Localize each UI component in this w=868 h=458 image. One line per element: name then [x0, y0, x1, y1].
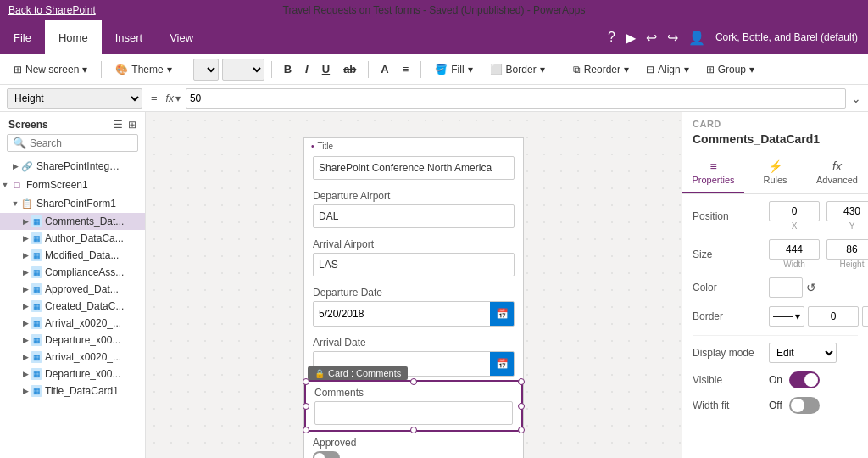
arrival-date-calendar-icon[interactable]: 📅 — [490, 352, 514, 376]
back-to-sharepoint[interactable]: Back to SharePoint — [8, 4, 96, 16]
tree-label-c5: Approved_Dat... — [45, 283, 119, 295]
chevron-down-icon-2: ▾ — [167, 64, 172, 75]
border-color-swatch[interactable] — [862, 306, 868, 327]
position-x-input[interactable] — [769, 201, 820, 221]
title-input[interactable]: SharePoint Conference North America — [313, 156, 515, 180]
underline-button[interactable]: U — [317, 61, 335, 77]
tree-item-formscreen1[interactable]: ▼ □ FormScreen1 — [0, 176, 145, 194]
tree-item-arrival-x0020b[interactable]: ▶ ▦ Arrival_x0020_... — [0, 349, 145, 366]
panel-tabs: ≡ Properties ⚡ Rules fx Advanced — [682, 153, 868, 194]
size-height-input[interactable] — [826, 239, 868, 260]
grid-view-button[interactable]: ⊞ — [128, 119, 136, 131]
position-y-group: Y — [826, 201, 868, 231]
resize-handle-top-right[interactable] — [518, 378, 525, 385]
display-mode-select[interactable]: Edit — [769, 343, 837, 363]
tree-item-created-datac[interactable]: ▶ ▦ Created_DataC... — [0, 298, 145, 315]
title-dot: • — [311, 142, 314, 151]
theme-icon: 🎨 — [115, 64, 128, 75]
color-refresh-button[interactable]: ↺ — [806, 281, 816, 294]
color-swatch[interactable] — [769, 277, 803, 298]
tree-label-c7: Arrival_x0020_... — [45, 317, 121, 329]
properties-panel: CARD Comments_DataCard1 ≡ Properties ⚡ R… — [682, 112, 868, 458]
canvas-area[interactable]: • Title SharePoint Conference North Amer… — [146, 112, 682, 458]
search-input[interactable] — [30, 137, 132, 149]
tree-item-sharepointform1[interactable]: ▼ 📋 SharePointForm1 — [0, 194, 145, 213]
tree-item-title-datacard1[interactable]: ▶ ▦ Title_DataCard1 — [0, 383, 145, 399]
property-select[interactable]: Height — [7, 88, 142, 109]
tree-item-departure-x00[interactable]: ▶ ▦ Departure_x00... — [0, 332, 145, 349]
formula-expand-icon[interactable]: ⌄ — [851, 92, 861, 105]
width-label: Width — [769, 260, 820, 269]
approved-toggle[interactable] — [313, 451, 340, 458]
tab-rules[interactable]: ⚡ Rules — [744, 153, 806, 193]
resize-handle-bot-mid[interactable] — [410, 427, 417, 433]
visible-toggle[interactable] — [789, 371, 820, 388]
x-label: X — [769, 221, 820, 231]
tab-home[interactable]: Home — [45, 20, 102, 54]
tree-item-approved-dat[interactable]: ▶ ▦ Approved_Dat... — [0, 281, 145, 298]
resize-handle-mid-left[interactable] — [303, 403, 309, 410]
comments-input[interactable] — [314, 401, 513, 425]
fill-button[interactable]: 🪣 Fill ▾ — [428, 61, 479, 78]
strikethrough-button[interactable]: ab — [338, 61, 361, 77]
tree-item-sharepoint-integration[interactable]: ▶ 🔗 SharePointIntegration — [0, 157, 145, 176]
tree-label-c3: Modified_Data... — [45, 249, 119, 261]
undo-icon[interactable]: ↩ — [646, 30, 657, 46]
preview-icon[interactable]: ▶ — [626, 30, 636, 46]
position-y-input[interactable] — [826, 201, 868, 221]
border-line-select[interactable]: —— ▾ — [769, 306, 804, 327]
resize-handle-top-mid[interactable] — [410, 378, 417, 385]
visible-label: Visible — [693, 374, 769, 386]
formula-input[interactable] — [186, 88, 846, 109]
tab-advanced[interactable]: fx Advanced — [806, 153, 868, 193]
tab-insert[interactable]: Insert — [102, 20, 157, 54]
resize-handle-bot-right[interactable] — [518, 427, 525, 433]
size-value: Width Height — [769, 239, 868, 269]
departure-date-input[interactable]: 5/20/2018 — [314, 302, 490, 326]
new-screen-button[interactable]: ⊞ New screen ▾ — [7, 61, 94, 78]
toolbar-divider-1 — [101, 61, 102, 78]
approved-label: Approved — [313, 437, 515, 449]
italic-button[interactable]: I — [300, 61, 314, 77]
tree-item-departure-x00b[interactable]: ▶ ▦ Departure_x00... — [0, 366, 145, 383]
toolbar-divider-6 — [559, 61, 559, 78]
help-icon[interactable]: ? — [608, 30, 615, 45]
resize-handle-bot-left[interactable] — [303, 427, 309, 433]
account-icon[interactable]: 👤 — [688, 30, 705, 46]
tree-item-arrival-x0020[interactable]: ▶ ▦ Arrival_x0020_... — [0, 315, 145, 332]
fx-button[interactable]: fx ▾ — [166, 92, 181, 104]
arrival-airport-input[interactable]: LAS — [313, 253, 515, 276]
tree-item-compliance-ass[interactable]: ▶ ▦ ComplianceAss... — [0, 264, 145, 281]
size-width-input[interactable] — [769, 239, 820, 260]
tree-arrow-c5: ▶ — [20, 285, 31, 293]
font-color-button[interactable]: A — [376, 61, 393, 77]
width-fit-toggle[interactable] — [789, 397, 820, 414]
border-button[interactable]: ⬜ Border ▾ — [483, 61, 552, 78]
card-tooltip-text: Card : Comments — [328, 368, 401, 378]
reorder-button[interactable]: ⧉ Reorder ▾ — [566, 61, 636, 78]
tree-item-comments-dat[interactable]: ▶ ▦ Comments_Dat... — [0, 213, 145, 230]
border-icon: ⬜ — [490, 64, 503, 75]
tree-item-author-data[interactable]: ▶ ▦ Author_DataCa... — [0, 230, 145, 247]
tab-properties[interactable]: ≡ Properties — [682, 153, 744, 193]
card-icon-8: ▦ — [31, 334, 42, 346]
tree-arrow-c11: ▶ — [20, 387, 31, 395]
bold-button[interactable]: B — [279, 61, 297, 77]
tab-file[interactable]: File — [0, 20, 45, 54]
redo-icon[interactable]: ↪ — [667, 30, 678, 46]
theme-button[interactable]: 🎨 Theme ▾ — [108, 61, 178, 78]
align-button[interactable]: ⊟ Align ▾ — [639, 61, 696, 78]
border-width-input[interactable] — [808, 306, 859, 327]
align-text-button[interactable]: ≡ — [398, 61, 415, 77]
screen-icon: □ — [10, 178, 24, 192]
resize-handle-mid-right[interactable] — [518, 403, 525, 410]
font-family-select[interactable] — [193, 59, 219, 81]
group-button[interactable]: ⊞ Group ▾ — [699, 61, 761, 78]
tab-view[interactable]: View — [156, 20, 207, 54]
list-view-button[interactable]: ☰ — [114, 119, 123, 131]
tree-item-modified-data[interactable]: ▶ ▦ Modified_Data... — [0, 247, 145, 264]
font-size-select[interactable] — [222, 59, 264, 81]
departure-airport-input[interactable]: DAL — [313, 204, 515, 228]
departure-date-calendar-icon[interactable]: 📅 — [490, 302, 514, 326]
comments-card[interactable]: 🔒 Card : Comments Comments — [304, 380, 523, 432]
